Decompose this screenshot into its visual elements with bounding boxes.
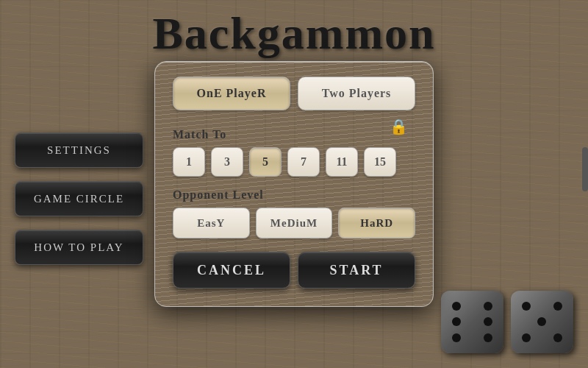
cancel-label: Cancel (197, 263, 266, 277)
match-5-button[interactable]: 5 (249, 147, 282, 177)
match-to-label: Match To (173, 128, 415, 141)
dialog-overlay: OnE PlayeR Two Players 🔒 Match To 1 3 5 … (0, 0, 588, 368)
hard-button[interactable]: HaRD (338, 208, 415, 238)
lock-icon: 🔒 (390, 118, 408, 135)
start-button[interactable]: Start (298, 252, 415, 289)
level-row: EasY MeDiuM HaRD (173, 208, 415, 238)
easy-button[interactable]: EasY (173, 208, 250, 238)
one-player-label: OnE PlayeR (197, 87, 267, 99)
match-15-button[interactable]: 15 (364, 147, 396, 177)
match-3-button[interactable]: 3 (211, 147, 243, 177)
match-11-button[interactable]: 11 (326, 147, 358, 177)
cancel-button[interactable]: Cancel (173, 252, 290, 289)
start-label: Start (329, 263, 383, 277)
match-1-button[interactable]: 1 (173, 147, 205, 177)
two-players-button[interactable]: Two Players (298, 77, 415, 110)
match-7-button[interactable]: 7 (287, 147, 320, 177)
dialog: OnE PlayeR Two Players 🔒 Match To 1 3 5 … (154, 61, 434, 307)
opponent-level-label: Opponent Level (173, 188, 415, 202)
two-players-label: Two Players (322, 87, 392, 99)
medium-button[interactable]: MeDiuM (256, 208, 333, 238)
match-row: 1 3 5 7 11 15 (173, 147, 415, 177)
action-row: Cancel Start (173, 252, 415, 289)
one-player-button[interactable]: OnE PlayeR (173, 77, 290, 110)
mode-row: OnE PlayeR Two Players (173, 77, 415, 110)
